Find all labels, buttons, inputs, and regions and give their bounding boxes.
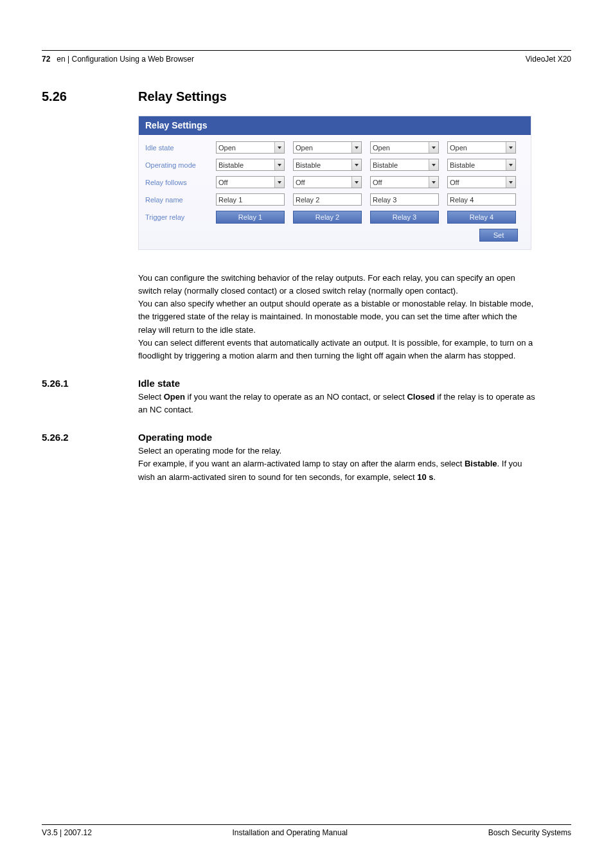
chevron-down-icon <box>429 177 438 188</box>
footer-divider <box>42 824 571 825</box>
relay-name-input-4[interactable]: Relay 4 <box>447 193 516 206</box>
operating-mode-select-1[interactable]: Bistable <box>216 159 285 171</box>
chevron-down-icon <box>274 159 284 170</box>
relay-name-value-2: Relay 2 <box>296 196 319 204</box>
relay-name-input-1[interactable]: Relay 1 <box>216 193 285 206</box>
trigger-relay-button-1[interactable]: Relay 1 <box>216 211 285 224</box>
footer: V3.5 | 2007.12 Installation and Operatin… <box>42 824 571 837</box>
relay-follows-value-4: Off <box>450 179 459 186</box>
relay-name-value-4: Relay 4 <box>450 196 474 204</box>
row-trigger-relay: Trigger relay Relay 1 Relay 2 Relay 3 Re… <box>145 211 524 224</box>
relay-name-value-1: Relay 1 <box>218 196 242 204</box>
label-relay-follows: Relay follows <box>145 179 216 186</box>
chevron-down-icon <box>274 177 284 188</box>
chevron-down-icon <box>506 142 515 153</box>
idle-state-select-4[interactable]: Open <box>447 141 516 154</box>
idle-state-value-1: Open <box>218 144 236 152</box>
row-relay-name: Relay name Relay 1 Relay 2 Relay 3 Relay… <box>145 193 524 206</box>
chevron-down-icon <box>506 177 515 188</box>
operating-mode-value-1: Bistable <box>218 161 244 169</box>
row-relay-follows: Relay follows Off Off Off Off <box>145 176 524 188</box>
relay-follows-value-1: Off <box>218 179 227 186</box>
paragraph-2: You can also specify whether an output s… <box>138 297 537 336</box>
operating-mode-value-3: Bistable <box>373 161 398 169</box>
label-operating-mode: Operating mode <box>145 161 216 169</box>
header-left-text: en | Configuration Using a Web Browser <box>57 55 194 64</box>
paragraph-3: You can select different events that aut… <box>138 337 537 362</box>
relay-follows-value-3: Off <box>373 179 382 186</box>
trigger-relay-button-2[interactable]: Relay 2 <box>293 211 362 224</box>
idle-state-value-3: Open <box>373 144 390 152</box>
section-number: 5.26 <box>42 89 138 104</box>
page-number: 72 <box>42 55 50 64</box>
section-title: Relay Settings <box>138 89 227 104</box>
relay-follows-select-4[interactable]: Off <box>447 176 516 188</box>
relay-settings-panel: Relay Settings Idle state Open Open Open… <box>138 116 531 250</box>
subsection-body-1: Select Open if you want the relay to ope… <box>138 391 537 416</box>
chevron-down-icon <box>429 142 438 153</box>
operating-mode-select-2[interactable]: Bistable <box>293 159 362 171</box>
subsection-title-1: Idle state <box>138 378 537 389</box>
operating-mode-value-2: Bistable <box>296 161 321 169</box>
footer-right: Bosch Security Systems <box>488 828 571 837</box>
header-right-text: VideoJet X20 <box>526 55 571 64</box>
relay-follows-select-3[interactable]: Off <box>370 176 439 188</box>
idle-state-select-3[interactable]: Open <box>370 141 439 154</box>
idle-state-value-4: Open <box>450 144 467 152</box>
subsection-number-2: 5.26.2 <box>42 432 138 483</box>
trigger-relay-button-3[interactable]: Relay 3 <box>370 211 439 224</box>
body-text: You can configure the switching behavior… <box>138 272 537 362</box>
label-relay-name: Relay name <box>145 196 216 204</box>
subsection-title-2: Operating mode <box>138 432 537 443</box>
trigger-relay-button-4[interactable]: Relay 4 <box>447 211 516 224</box>
idle-state-value-2: Open <box>296 144 313 152</box>
footer-center: Installation and Operating Manual <box>233 828 348 837</box>
relay-follows-value-2: Off <box>296 179 305 186</box>
panel-title: Relay Settings <box>139 116 531 135</box>
label-trigger-relay: Trigger relay <box>145 213 216 221</box>
operating-mode-value-4: Bistable <box>450 161 475 169</box>
label-idle-state: Idle state <box>145 144 216 152</box>
chevron-down-icon <box>351 177 361 188</box>
row-operating-mode: Operating mode Bistable Bistable Bistabl… <box>145 159 524 171</box>
header-divider <box>42 50 571 51</box>
set-button[interactable]: Set <box>479 229 518 242</box>
operating-mode-select-3[interactable]: Bistable <box>370 159 439 171</box>
subsection-number-1: 5.26.1 <box>42 378 138 416</box>
chevron-down-icon <box>429 159 438 170</box>
chevron-down-icon <box>274 142 284 153</box>
paragraph-1: You can configure the switching behavior… <box>138 272 537 297</box>
chevron-down-icon <box>506 159 515 170</box>
relay-follows-select-1[interactable]: Off <box>216 176 285 188</box>
idle-state-select-1[interactable]: Open <box>216 141 285 154</box>
subsection-body-2: Select an operating mode for the relay. … <box>138 445 537 483</box>
idle-state-select-2[interactable]: Open <box>293 141 362 154</box>
footer-left: V3.5 | 2007.12 <box>42 828 92 837</box>
relay-name-input-3[interactable]: Relay 3 <box>370 193 439 206</box>
chevron-down-icon <box>351 159 361 170</box>
header: 72 en | Configuration Using a Web Browse… <box>42 55 571 64</box>
row-idle-state: Idle state Open Open Open Open <box>145 141 524 154</box>
operating-mode-select-4[interactable]: Bistable <box>447 159 516 171</box>
relay-name-input-2[interactable]: Relay 2 <box>293 193 362 206</box>
relay-follows-select-2[interactable]: Off <box>293 176 362 188</box>
relay-name-value-3: Relay 3 <box>373 196 396 204</box>
chevron-down-icon <box>351 142 361 153</box>
